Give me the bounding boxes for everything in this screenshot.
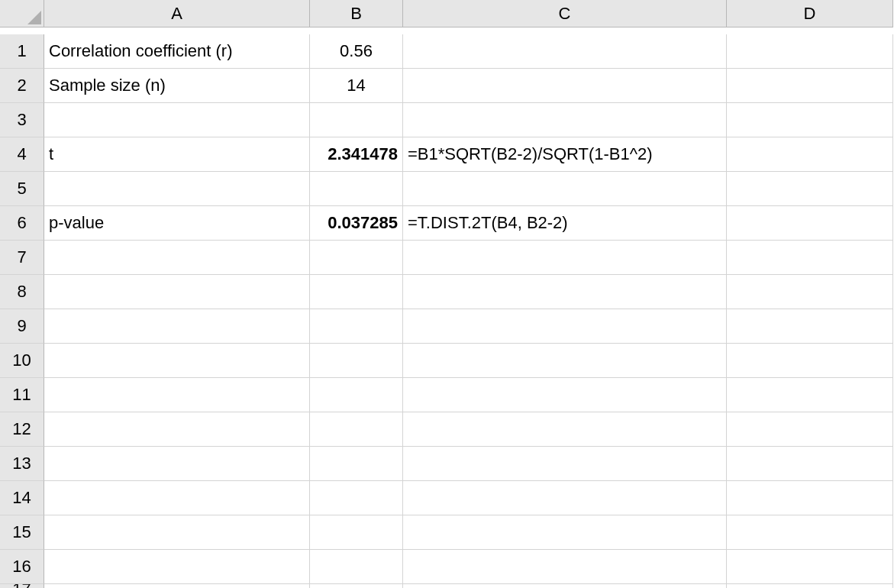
cell-D10[interactable] [727, 344, 893, 378]
cell-C1[interactable] [403, 34, 727, 69]
cell-C13[interactable] [403, 447, 727, 481]
cell-C11[interactable] [403, 378, 727, 412]
col-header-C[interactable]: C [403, 0, 727, 27]
cell-B13[interactable] [310, 447, 403, 481]
cell-B17[interactable] [310, 584, 403, 588]
col-header-B[interactable]: B [310, 0, 403, 27]
cell-B14[interactable] [310, 481, 403, 515]
row-header-7[interactable]: 7 [0, 241, 44, 275]
row-header-16[interactable]: 16 [0, 550, 44, 584]
cell-A7[interactable] [44, 241, 310, 275]
cell-B4[interactable]: 2.341478 [310, 137, 403, 172]
cell-C17[interactable] [403, 584, 727, 588]
cell-B11[interactable] [310, 378, 403, 412]
row-header-13[interactable]: 13 [0, 447, 44, 481]
cell-D6[interactable] [727, 206, 893, 241]
cell-A10[interactable] [44, 344, 310, 378]
cell-B1[interactable]: 0.56 [310, 34, 403, 69]
cell-D15[interactable] [727, 515, 893, 550]
row-header-3[interactable]: 3 [0, 103, 44, 137]
cell-B2[interactable]: 14 [310, 69, 403, 103]
cell-C3[interactable] [403, 103, 727, 137]
row-header-10[interactable]: 10 [0, 344, 44, 378]
cell-C2[interactable] [403, 69, 727, 103]
cell-D12[interactable] [727, 412, 893, 447]
cell-B10[interactable] [310, 344, 403, 378]
select-all-triangle-icon [27, 11, 41, 24]
cell-A15[interactable] [44, 515, 310, 550]
cell-C12[interactable] [403, 412, 727, 447]
cell-D8[interactable] [727, 275, 893, 309]
cell-C4[interactable]: =B1*SQRT(B2-2)/SQRT(1-B1^2) [403, 137, 727, 172]
row-header-17[interactable]: 17 [0, 584, 44, 588]
cell-D16[interactable] [727, 550, 893, 584]
col-header-D[interactable]: D [727, 0, 893, 27]
cell-C14[interactable] [403, 481, 727, 515]
select-all-corner[interactable] [0, 0, 44, 27]
cell-D13[interactable] [727, 447, 893, 481]
row-header-11[interactable]: 11 [0, 378, 44, 412]
cell-D5[interactable] [727, 172, 893, 206]
cell-D17[interactable] [727, 584, 893, 588]
cell-B16[interactable] [310, 550, 403, 584]
row-header-5[interactable]: 5 [0, 172, 44, 206]
cell-A1[interactable]: Correlation coefficient (r) [44, 34, 310, 69]
cell-A2[interactable]: Sample size (n) [44, 69, 310, 103]
cell-D9[interactable] [727, 309, 893, 344]
cell-D14[interactable] [727, 481, 893, 515]
cell-C8[interactable] [403, 275, 727, 309]
row-header-4[interactable]: 4 [0, 137, 44, 172]
cell-B8[interactable] [310, 275, 403, 309]
cell-A9[interactable] [44, 309, 310, 344]
cell-C7[interactable] [403, 241, 727, 275]
cell-A3[interactable] [44, 103, 310, 137]
cell-B9[interactable] [310, 309, 403, 344]
cell-A4[interactable]: t [44, 137, 310, 172]
row-header-15[interactable]: 15 [0, 515, 44, 550]
cell-B12[interactable] [310, 412, 403, 447]
cell-B15[interactable] [310, 515, 403, 550]
cell-D2[interactable] [727, 69, 893, 103]
cell-C15[interactable] [403, 515, 727, 550]
cell-B3[interactable] [310, 103, 403, 137]
row-header-12[interactable]: 12 [0, 412, 44, 447]
col-header-A[interactable]: A [44, 0, 310, 27]
cell-A14[interactable] [44, 481, 310, 515]
cell-B6[interactable]: 0.037285 [310, 206, 403, 241]
cell-A13[interactable] [44, 447, 310, 481]
cell-B7[interactable] [310, 241, 403, 275]
cell-C5[interactable] [403, 172, 727, 206]
cell-A17[interactable] [44, 584, 310, 588]
cell-A16[interactable] [44, 550, 310, 584]
cell-D7[interactable] [727, 241, 893, 275]
cell-A12[interactable] [44, 412, 310, 447]
cell-D11[interactable] [727, 378, 893, 412]
row-header-1[interactable]: 1 [0, 34, 44, 69]
cell-D3[interactable] [727, 103, 893, 137]
cell-A5[interactable] [44, 172, 310, 206]
row-header-9[interactable]: 9 [0, 309, 44, 344]
row-header-6[interactable]: 6 [0, 206, 44, 241]
cell-A11[interactable] [44, 378, 310, 412]
svg-marker-0 [27, 11, 41, 24]
cell-C16[interactable] [403, 550, 727, 584]
cell-D1[interactable] [727, 34, 893, 69]
cell-C6[interactable]: =T.DIST.2T(B4, B2-2) [403, 206, 727, 241]
cell-D4[interactable] [727, 137, 893, 172]
cell-A8[interactable] [44, 275, 310, 309]
cell-C10[interactable] [403, 344, 727, 378]
row-header-2[interactable]: 2 [0, 69, 44, 103]
cell-A6[interactable]: p-value [44, 206, 310, 241]
cell-B5[interactable] [310, 172, 403, 206]
row-header-8[interactable]: 8 [0, 275, 44, 309]
cell-C9[interactable] [403, 309, 727, 344]
spreadsheet-grid: A B C D 1 Correlation coefficient (r) 0.… [0, 0, 894, 588]
row-header-14[interactable]: 14 [0, 481, 44, 515]
